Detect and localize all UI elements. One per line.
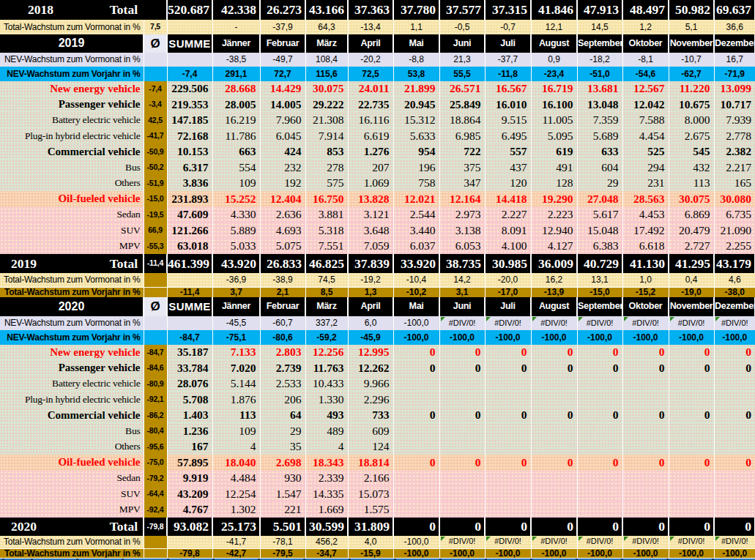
row-label[interactable]: Battery electric vehicle <box>0 113 144 128</box>
value-cell[interactable]: 2.636 <box>260 207 305 223</box>
value-cell[interactable]: 11.005 <box>531 113 577 128</box>
value-cell[interactable]: 124 <box>348 439 393 455</box>
month-header[interactable]: Juni <box>439 34 485 53</box>
value-cell[interactable] <box>622 486 669 502</box>
value-cell[interactable]: 2.544 <box>393 207 439 223</box>
value-cell[interactable]: 1.575 <box>348 502 393 518</box>
row-label[interactable]: Total-Wachstum zum Vormonat in % <box>0 273 144 287</box>
value-cell[interactable]: -100,0 <box>393 330 439 345</box>
value-cell[interactable]: 1.547 <box>260 486 305 502</box>
value-cell[interactable]: -100,0 <box>622 548 669 558</box>
year-total-label[interactable]: 2020Total <box>0 518 144 536</box>
value-cell[interactable]: 491 <box>531 160 577 176</box>
value-cell[interactable]: 24.011 <box>348 81 393 97</box>
value-cell[interactable]: 21.899 <box>393 81 439 97</box>
row-label[interactable]: Total-Wachstum zum Vorjahr in % <box>0 287 144 297</box>
value-cell[interactable]: 5.075 <box>260 239 305 254</box>
value-cell[interactable]: -100,0 <box>531 548 577 558</box>
value-cell[interactable]: 16.010 <box>485 97 531 113</box>
value-cell[interactable]: 231 <box>622 176 669 191</box>
value-cell[interactable]: 12.254 <box>212 486 260 502</box>
avg-cell[interactable] <box>144 67 167 81</box>
summe-column-header[interactable]: SUMME <box>167 34 212 53</box>
value-cell[interactable]: 3,1 <box>439 287 485 297</box>
value-cell[interactable]: 50.982 <box>669 0 714 20</box>
avg-cell[interactable]: -19,5 <box>144 207 167 223</box>
value-cell[interactable]: 0 <box>393 455 439 471</box>
value-cell[interactable]: 424 <box>260 144 305 160</box>
value-cell[interactable]: - <box>212 20 260 34</box>
value-cell[interactable]: 2.217 <box>714 160 755 176</box>
avg-cell[interactable]: -7,4 <box>144 81 167 97</box>
value-cell[interactable]: -20,0 <box>485 273 531 287</box>
month-header[interactable]: November <box>669 297 714 316</box>
avg-cell[interactable]: -11,4 <box>144 254 167 273</box>
value-cell[interactable]: 0 <box>439 408 485 423</box>
value-cell[interactable]: 18.040 <box>212 455 260 471</box>
value-cell[interactable]: 11.220 <box>669 81 714 97</box>
value-cell[interactable] <box>669 471 714 486</box>
row-label[interactable]: Oil-fueled vehicle <box>0 455 144 471</box>
value-cell[interactable]: 219.353 <box>167 97 212 113</box>
value-cell[interactable]: 30.080 <box>714 191 755 207</box>
value-cell[interactable]: 37.839 <box>348 254 393 273</box>
row-label[interactable]: Bus <box>0 160 144 176</box>
value-cell[interactable]: 1.403 <box>167 408 212 423</box>
avg-cell[interactable] <box>144 548 167 558</box>
avg-cell[interactable]: -50,9 <box>144 144 167 160</box>
value-cell[interactable]: -100,0 <box>714 330 755 345</box>
value-cell[interactable]: 375 <box>439 160 485 176</box>
value-cell[interactable]: 229.506 <box>167 81 212 97</box>
value-cell[interactable]: 554 <box>212 160 260 176</box>
year-total-label[interactable]: 2018Total <box>0 0 144 20</box>
value-cell[interactable] <box>167 536 212 548</box>
value-cell[interactable]: 37.577 <box>439 0 485 20</box>
value-cell[interactable]: 3.440 <box>393 223 439 239</box>
value-cell[interactable]: 1,0 <box>622 273 669 287</box>
value-cell[interactable]: 21,3 <box>439 53 485 67</box>
avg-cell[interactable]: -80,9 <box>144 376 167 392</box>
value-cell[interactable] <box>714 502 755 518</box>
value-cell[interactable]: #DIV/0! <box>669 316 714 330</box>
value-cell[interactable]: 663 <box>212 144 260 160</box>
value-cell[interactable]: -41,7 <box>212 536 260 548</box>
value-cell[interactable]: -100,0 <box>577 330 622 345</box>
value-cell[interactable]: 72,5 <box>348 67 393 81</box>
value-cell[interactable]: 12.995 <box>348 345 393 360</box>
value-cell[interactable]: 5.033 <box>212 239 260 254</box>
avg-cell[interactable]: -51,9 <box>144 176 167 191</box>
value-cell[interactable]: 337,2 <box>305 316 348 330</box>
row-label[interactable]: SUV <box>0 223 144 239</box>
value-cell[interactable]: 0 <box>531 455 577 471</box>
value-cell[interactable]: 196 <box>393 160 439 176</box>
value-cell[interactable]: 2.727 <box>669 239 714 254</box>
value-cell[interactable]: #DIV/0! <box>669 536 714 548</box>
value-cell[interactable]: -20,2 <box>348 53 393 67</box>
value-cell[interactable]: 0 <box>714 455 755 471</box>
month-header[interactable]: Juni <box>439 297 485 316</box>
value-cell[interactable]: 1,1 <box>393 20 439 34</box>
value-cell[interactable]: 8.000 <box>669 113 714 128</box>
value-cell[interactable]: 7.551 <box>305 239 348 254</box>
value-cell[interactable] <box>531 486 577 502</box>
value-cell[interactable]: 12.940 <box>531 223 577 239</box>
value-cell[interactable]: 37.780 <box>393 0 439 20</box>
value-cell[interactable] <box>669 486 714 502</box>
value-cell[interactable]: 4.454 <box>622 128 669 144</box>
value-cell[interactable]: 10.675 <box>669 97 714 113</box>
value-cell[interactable] <box>714 392 755 408</box>
value-cell[interactable]: 0 <box>577 518 622 536</box>
value-cell[interactable] <box>577 392 622 408</box>
value-cell[interactable]: -100,0 <box>669 330 714 345</box>
month-header[interactable]: September <box>577 34 622 53</box>
avg-cell[interactable]: -95,6 <box>144 439 167 455</box>
value-cell[interactable]: 4.127 <box>531 239 577 254</box>
value-cell[interactable]: 231.893 <box>167 191 212 207</box>
value-cell[interactable]: 6.618 <box>622 239 669 254</box>
value-cell[interactable] <box>439 502 485 518</box>
value-cell[interactable]: -13,9 <box>531 287 577 297</box>
row-label[interactable]: Others <box>0 439 144 455</box>
value-cell[interactable]: 7.914 <box>305 128 348 144</box>
value-cell[interactable]: 16.100 <box>531 97 577 113</box>
avg-cell[interactable]: -75,0 <box>144 455 167 471</box>
